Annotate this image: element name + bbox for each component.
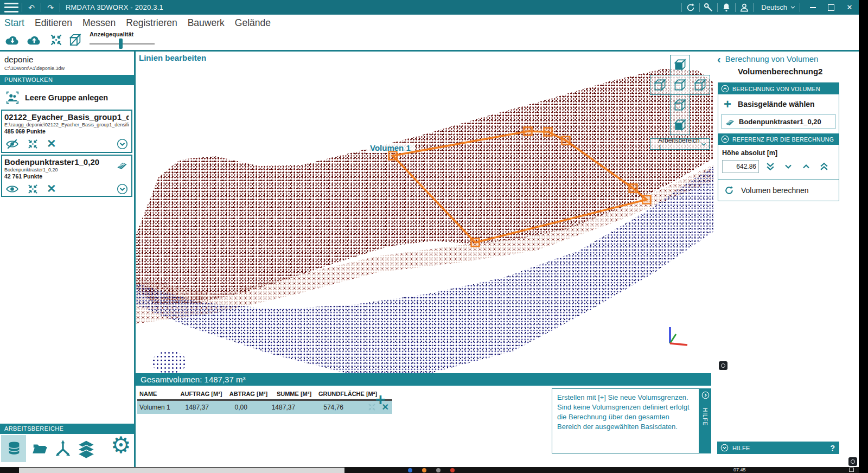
divider (735, 3, 736, 12)
language-selector[interactable]: Deutsch (761, 3, 787, 11)
user-icon[interactable] (739, 2, 750, 13)
axis-tripod-icon[interactable] (53, 438, 73, 459)
delete-pointcloud-icon[interactable]: ✕ (47, 183, 56, 194)
choose-base-terrain-button[interactable]: + Basisgelände wählen (718, 94, 839, 114)
sync-icon[interactable] (685, 2, 696, 13)
visibility-on-icon[interactable] (5, 182, 19, 196)
taskbar-app-icon[interactable] (436, 468, 441, 472)
delete-pointcloud-icon[interactable]: ✕ (47, 138, 56, 149)
pointcloud-path: Bodenpunktraster1_0,20 (4, 167, 129, 172)
section-header-label: REFERENZ FÜR DIE BERECHNUNG (732, 136, 834, 143)
help-tab[interactable]: HILFE (699, 388, 711, 453)
import-pointcloud-icon[interactable] (4, 32, 21, 48)
pointcloud-card-bodenpunktraster[interactable]: Bodenpunktraster1_0,20 Bodenpunktraster1… (1, 155, 132, 197)
vertex-handle[interactable] (629, 184, 637, 193)
menu-item-start[interactable]: Start (4, 17, 24, 29)
pointclouds-section-header[interactable]: PUNKTWOLKEN (0, 75, 134, 85)
divider (800, 3, 800, 12)
collapse-help-icon[interactable] (701, 391, 710, 399)
taskbar-app-icon[interactable] (408, 468, 412, 472)
vertex-handle[interactable] (471, 239, 480, 247)
help-bar[interactable]: HILFE ? (717, 442, 839, 454)
maximize-button[interactable] (822, 0, 840, 15)
height-input[interactable] (722, 160, 759, 173)
redo-icon[interactable]: ↷ (44, 3, 56, 12)
raster-icon (725, 117, 735, 127)
cell-summe: 1487,37 (261, 401, 305, 414)
add-volume-button[interactable]: + (375, 391, 386, 408)
question-mark-icon[interactable]: ? (830, 444, 835, 452)
column-header-auftrag: AUFTRAG [M³] (176, 388, 226, 399)
settings-gear-icon[interactable]: ⚙ (111, 432, 131, 458)
wrench-icon[interactable] (703, 2, 714, 13)
menu-item-gelaende[interactable]: Gelände (235, 17, 271, 29)
pointcloud-path: E:\zaugg_deponie\02122_Eyacher_Basis_gro… (4, 122, 129, 127)
workspace-selector[interactable]: Arbeitsbereich 1 (650, 138, 710, 150)
screen-record-icon[interactable] (848, 457, 857, 466)
volume-polygon[interactable] (393, 131, 647, 242)
zoom-fit-icon[interactable] (49, 33, 63, 47)
create-empty-group-button[interactable]: Leere Gruppe anlegen (0, 88, 134, 107)
panel-back-button[interactable]: ‹ Berechnung von Volumen (717, 54, 818, 63)
window-title: RMDATA 3DWORX - 2020.3.1 (66, 3, 163, 11)
vertex-handle[interactable] (389, 152, 397, 160)
menu-bar: Start Editieren Messen Registrieren Bauw… (0, 15, 859, 31)
help-bar-label: HILFE (732, 445, 750, 451)
plus-icon: + (724, 98, 731, 110)
taskbar-tray-icon[interactable] (849, 468, 854, 472)
taskbar-app-icon[interactable] (422, 468, 426, 472)
chevron-down-icon[interactable] (789, 4, 796, 11)
compute-volume-label: Volumen berechnen (741, 186, 809, 195)
menu-item-editieren[interactable]: Editieren (35, 17, 72, 29)
display-quality-slider-handle[interactable] (119, 39, 123, 49)
taskbar-search-box[interactable] (19, 468, 344, 473)
absolute-height-label: Höhe absolut [m] (722, 149, 839, 157)
bell-icon[interactable] (721, 2, 732, 13)
panel-title: Berechnung von Volumen (725, 54, 819, 63)
clock: 07:45 (733, 467, 746, 472)
column-header-abtrag: ABTRAG [M³] (226, 388, 271, 399)
step-up-large-icon[interactable] (818, 161, 831, 172)
pointcloud-point-count: 485 069 Punkte (4, 128, 129, 135)
layers-icon[interactable] (76, 438, 97, 459)
zoom-to-pointcloud-icon[interactable] (27, 138, 39, 150)
taskbar-app-icon[interactable] (450, 468, 455, 472)
clip-box-icon[interactable] (68, 32, 84, 48)
compute-volume-button[interactable]: Volumen berechnen (718, 180, 839, 201)
database-icon[interactable] (6, 438, 22, 459)
pointcloud-card-eyacher[interactable]: 02122_Eyacher_Basis_group1_densified_ E:… (1, 110, 132, 153)
expand-card-icon[interactable] (117, 183, 128, 195)
divider (699, 3, 700, 12)
close-button[interactable]: ✕ (840, 0, 859, 15)
expand-help-icon[interactable] (720, 444, 729, 452)
screen-record-icon[interactable] (719, 361, 727, 370)
step-down-large-icon[interactable] (764, 161, 777, 172)
section-header-reference[interactable]: REFERENZ FÜR DIE BERECHNUNG (718, 133, 839, 145)
zoom-to-pointcloud-icon[interactable] (27, 183, 39, 195)
step-up-icon[interactable] (800, 161, 813, 172)
menu-item-messen[interactable]: Messen (82, 17, 116, 29)
3d-viewport[interactable]: Linien bearbeiten Volumen 1 Arbei (136, 52, 713, 373)
collapse-section-icon[interactable] (721, 85, 729, 93)
section-header-volume[interactable]: BERECHNUNG VON VOLUMEN (718, 83, 839, 94)
table-row[interactable]: Volumen 1 1487,37 0,00 1487,37 574,76 ✕ (137, 401, 392, 414)
visibility-off-icon[interactable] (5, 137, 19, 151)
expand-card-icon[interactable] (117, 138, 128, 150)
pointcloud-name: Bodenpunktraster1_0,20 (4, 157, 129, 167)
vertex-handle[interactable] (562, 137, 570, 145)
selected-base-terrain[interactable]: Bodenpunktraster1_0,20 (722, 114, 835, 129)
undo-icon[interactable]: ↶ (25, 3, 37, 12)
os-taskbar: 07:45 (0, 467, 868, 473)
vertex-handle[interactable] (544, 128, 552, 136)
export-pointcloud-icon[interactable] (26, 32, 42, 48)
hamburger-menu-icon[interactable] (4, 3, 18, 12)
menu-item-registrieren[interactable]: Registrieren (126, 17, 177, 29)
step-down-icon[interactable] (782, 161, 795, 172)
menu-item-bauwerk[interactable]: Bauwerk (188, 17, 225, 29)
collapse-section-icon[interactable] (721, 135, 729, 143)
pointcloud-name: 02122_Eyacher_Basis_group1_densified_ (4, 112, 129, 122)
vertex-handle[interactable] (524, 127, 532, 136)
vertex-handle[interactable] (643, 196, 651, 204)
minimize-button[interactable] (803, 0, 822, 15)
folder-icon[interactable] (30, 440, 49, 457)
